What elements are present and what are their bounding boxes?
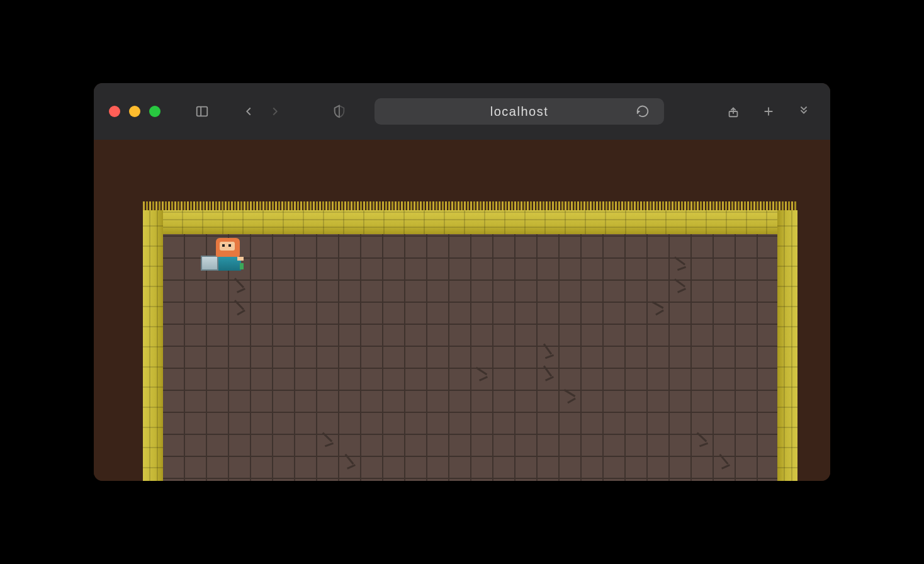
floor-crack [545, 376, 554, 381]
nav-controls [237, 100, 286, 123]
floor-crack [237, 310, 245, 316]
reload-button[interactable] [631, 100, 654, 123]
forward-button[interactable] [264, 100, 286, 123]
minimize-window-button[interactable] [129, 106, 140, 117]
wall-right [777, 210, 797, 481]
floor-crack [543, 344, 552, 355]
back-button[interactable] [237, 100, 260, 123]
new-tab-button[interactable] [757, 100, 780, 123]
sidebar-toggle-button[interactable] [191, 100, 213, 123]
share-button[interactable] [722, 100, 745, 123]
shop-counter [201, 256, 218, 271]
floor-crack [697, 432, 707, 443]
floor-crack [237, 288, 245, 293]
floor-crack [543, 366, 552, 377]
floor-crack [567, 398, 576, 404]
browser-window: localhost [94, 83, 830, 481]
floor-crack [721, 464, 730, 470]
shield-icon[interactable] [328, 100, 351, 123]
window-controls [109, 106, 161, 117]
floor-crack [674, 256, 685, 265]
floor-tiles [163, 234, 777, 481]
floor-crack [652, 301, 664, 308]
floor-crack [479, 376, 488, 381]
game-map [143, 210, 797, 481]
game-viewport[interactable] [94, 140, 830, 481]
close-window-button[interactable] [109, 106, 120, 117]
character-eyes [222, 244, 225, 247]
address-bar[interactable]: localhost [375, 98, 664, 125]
floor-crack [655, 310, 664, 316]
wall-left [143, 210, 163, 481]
maximize-window-button[interactable] [149, 106, 161, 117]
wall-top [143, 210, 797, 234]
floor-crack [476, 367, 487, 375]
browser-titlebar: localhost [94, 83, 830, 140]
floor-crack [677, 266, 686, 271]
shopkeeper-sprite [201, 238, 246, 271]
wall-top-edge [143, 201, 797, 210]
floor-crack [545, 354, 554, 359]
floor-crack [564, 389, 576, 397]
floor-crack [325, 443, 334, 448]
floor-crack [677, 288, 686, 293]
floor-crack [719, 454, 728, 465]
floor-crack [674, 278, 685, 287]
right-toolbar [722, 100, 815, 123]
floor-crack [699, 443, 708, 448]
floor-crack [345, 454, 354, 465]
floor-crack [234, 300, 244, 310]
floor-crack [234, 278, 244, 288]
overflow-menu-button[interactable] [792, 100, 815, 123]
shop-item [240, 263, 244, 269]
floor-crack [322, 432, 332, 442]
svg-rect-0 [197, 107, 208, 116]
floor-crack [347, 464, 356, 470]
character-arm [237, 257, 244, 261]
url-text: localhost [490, 104, 548, 119]
